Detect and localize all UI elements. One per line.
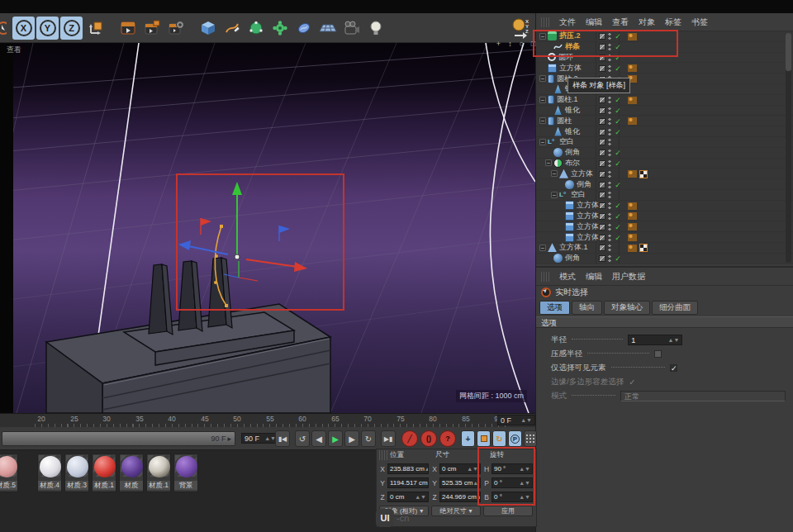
visibility-dots[interactable] — [608, 254, 611, 263]
next-frame-button[interactable]: ▶ — [344, 430, 359, 447]
rotation-p-input[interactable]: 0 °▲▼ — [491, 477, 533, 488]
tree-row-bevel[interactable]: 倒角 ✓ — [536, 148, 793, 159]
workplane-icon[interactable] — [84, 17, 107, 40]
visibility-dots[interactable] — [608, 170, 611, 178]
panel-grip-icon[interactable] — [541, 17, 549, 27]
enable-check[interactable]: ✓ — [614, 233, 622, 243]
visibility-dots[interactable] — [608, 181, 611, 189]
visibility-dots[interactable] — [608, 202, 611, 210]
layer-chip[interactable] — [599, 150, 605, 156]
layer-chip[interactable] — [599, 160, 605, 167]
viewport-3d[interactable] — [0, 43, 535, 413]
deformer-button[interactable] — [268, 17, 291, 40]
tree-row-cube[interactable]: 立方体 ✓ — [536, 63, 793, 74]
visibility-dots[interactable] — [608, 191, 611, 199]
tree-row-taper[interactable]: 锥化 ✓ — [536, 106, 793, 116]
menu-bookmarks[interactable]: 书签 — [691, 17, 708, 28]
timeline-ruler[interactable]: 2025 3035 4045 5055 6065 7075 8085 90 0 … — [0, 413, 535, 427]
tab-axis[interactable]: 轴向 — [572, 301, 602, 315]
visible-only-checkbox[interactable]: ✓ — [670, 364, 677, 372]
range-end-field[interactable]: 0 F▲▼ — [497, 415, 535, 425]
cursor-tool-icon[interactable] — [0, 17, 11, 40]
goto-end-button[interactable]: ▶▮ — [381, 430, 396, 447]
phong-tag-icon[interactable] — [628, 117, 637, 125]
layer-chip[interactable] — [599, 65, 605, 72]
menu-object[interactable]: 对象 — [639, 17, 655, 28]
material-swatch[interactable]: 材质.1 — [92, 454, 116, 492]
rotate-icon[interactable]: ○ — [517, 40, 526, 49]
menu-edit[interactable]: 编辑 — [586, 271, 602, 283]
goto-start-button[interactable]: ▮◀ — [275, 430, 290, 447]
record-keyframe-button[interactable]: ╱ — [401, 430, 418, 447]
tree-row-bevel[interactable]: 倒角 ✓ — [536, 254, 793, 264]
visibility-dots[interactable] — [608, 117, 611, 126]
menu-userdata[interactable]: 用户数据 — [612, 271, 645, 283]
menu-edit[interactable]: 编辑 — [586, 17, 602, 28]
layer-chip[interactable] — [599, 245, 605, 251]
visibility-dots[interactable] — [608, 128, 611, 136]
tree-row-cube3[interactable]: 立方体.3 ✓ — [536, 221, 793, 232]
visibility-dots[interactable] — [608, 32, 611, 40]
record-position-toggle[interactable]: + — [461, 430, 475, 447]
tab-object-axis[interactable]: 对象轴心 — [604, 301, 650, 315]
camera-button[interactable] — [340, 17, 363, 40]
zoom-icon[interactable]: ↕ — [506, 40, 515, 49]
visibility-dots[interactable] — [608, 138, 611, 146]
layer-chip[interactable] — [599, 55, 605, 61]
tree-row-cylinder1[interactable]: − 圆柱.1 ✓ — [536, 95, 793, 106]
menu-tags[interactable]: 标签 — [665, 17, 681, 28]
phong-tag-icon[interactable] — [628, 202, 637, 210]
enable-check[interactable]: ✓ — [614, 53, 622, 63]
loop-button[interactable]: ↻ — [361, 430, 376, 447]
autokeying-button[interactable]: () — [420, 430, 437, 447]
enable-check[interactable]: ✓ — [614, 201, 622, 211]
visibility-dots[interactable] — [608, 54, 611, 62]
enable-check[interactable]: ✓ — [614, 106, 622, 116]
tree-row-null[interactable]: − 空白 ✓ — [536, 190, 793, 201]
record-parameter-toggle[interactable]: P — [508, 430, 522, 447]
visibility-dots[interactable] — [608, 244, 611, 252]
collapse-toggle[interactable]: − — [551, 192, 558, 198]
floor-button[interactable] — [316, 17, 339, 40]
enable-check[interactable]: ✓ — [614, 127, 622, 137]
render-settings-button[interactable] — [164, 17, 187, 40]
menu-view[interactable]: 查看 — [612, 17, 629, 28]
subdivision-surface-button[interactable] — [245, 17, 267, 40]
timeline-scrubber[interactable]: 90 F ▸ — [2, 431, 235, 446]
tree-row-circle[interactable]: 圆环 ✓ — [536, 53, 793, 64]
phong-tag-icon[interactable] — [628, 234, 637, 241]
visibility-dots[interactable] — [608, 64, 611, 73]
tree-scrollbar[interactable] — [786, 33, 791, 263]
position-x-input[interactable]: 235.883 cm▲▼ — [387, 463, 429, 474]
current-frame-field[interactable]: 90 F▲▼ — [241, 433, 279, 444]
layer-chip[interactable] — [599, 255, 605, 262]
tree-row-null[interactable]: − 空白 ✓ — [536, 137, 793, 148]
visibility-dots[interactable] — [608, 223, 611, 231]
size-y-input[interactable]: 525.35 cm▲▼ — [439, 477, 481, 488]
tab-options[interactable]: 选项 — [539, 301, 570, 315]
prev-frame-button[interactable]: ◀ — [311, 430, 326, 447]
layer-chip[interactable] — [599, 224, 605, 230]
size-mode-dropdown[interactable]: 绝对尺寸▾ — [431, 506, 481, 516]
tree-row-cube1-poly[interactable]: − 立方体.1 ✓ — [536, 243, 793, 254]
layer-chip[interactable] — [599, 171, 605, 178]
enable-check[interactable]: ✓ — [614, 180, 622, 190]
visibility-dots[interactable] — [608, 96, 611, 104]
material-swatch[interactable]: 材质.4 — [37, 454, 62, 492]
tree-row-boole[interactable]: − 布尔 ✓ — [536, 159, 793, 169]
play-backward-button[interactable]: ↺ — [295, 430, 310, 447]
collapse-toggle[interactable]: − — [539, 245, 546, 251]
render-to-picture-viewer-button[interactable] — [140, 17, 163, 40]
tree-row-cylinder[interactable]: − 圆柱 ✓ — [536, 116, 793, 126]
layer-chip[interactable] — [599, 107, 605, 114]
phong-tag-icon[interactable] — [628, 170, 637, 178]
visibility-dots[interactable] — [608, 149, 611, 157]
keyframe-help-button[interactable]: ? — [439, 430, 456, 447]
collapse-toggle[interactable]: − — [551, 170, 558, 177]
material-swatch[interactable]: 材质 — [119, 454, 144, 492]
material-swatch[interactable]: 背景 — [173, 454, 198, 492]
radius-input[interactable]: 1▲▼ — [628, 335, 682, 345]
layer-chip[interactable] — [599, 97, 605, 103]
stepper-icon[interactable]: ▲▼ — [520, 417, 532, 423]
collapse-toggle[interactable]: − — [539, 33, 546, 40]
